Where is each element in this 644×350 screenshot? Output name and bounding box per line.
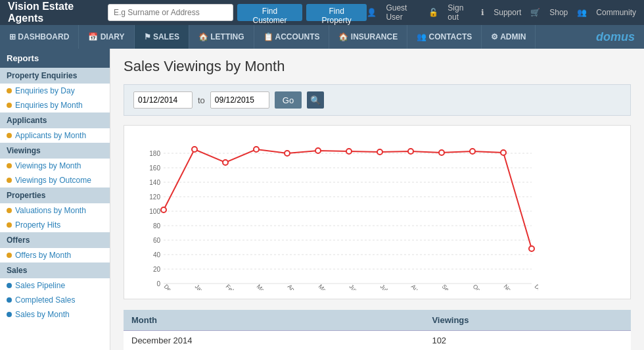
data-point (377, 149, 382, 155)
nav-letting[interactable]: 🏠 LETTING (189, 25, 254, 49)
user-icon: 👤 (367, 8, 377, 17)
signout-icon: 🔓 (428, 8, 438, 17)
search-input[interactable] (108, 4, 233, 21)
svg-text:November 2015: November 2015 (503, 283, 537, 290)
sidebar-label: Offers by Month (15, 251, 71, 260)
date-filter: to Go 🔍 (124, 84, 631, 116)
sidebar-label: Property Hits (15, 220, 60, 230)
community-link[interactable]: Community (596, 8, 636, 17)
svg-text:140: 140 (149, 179, 160, 186)
data-table: Month Viewings December 2014 102 January… (124, 310, 631, 350)
dot-icon (7, 222, 12, 228)
nav-dashboard[interactable]: ⊞ DASHBOARD (0, 25, 79, 49)
sidebar-label: Enquiries by Day (15, 86, 75, 95)
sidebar-label: Valuations by Month (15, 206, 86, 215)
nav-contacts[interactable]: 👥 CONTACTS (407, 25, 482, 49)
sidebar-item-enquiries-day[interactable]: Enquiries by Day (0, 84, 110, 98)
go-button[interactable]: Go (275, 91, 302, 109)
svg-text:60: 60 (153, 237, 161, 244)
search-button[interactable]: 🔍 (307, 91, 324, 109)
nav-sales[interactable]: ⚑ SALES (135, 25, 189, 49)
sidebar-item-viewings-outcome[interactable]: Viewings by Outcome (0, 173, 110, 188)
dot-icon (7, 163, 12, 168)
sidebar-item-property-hits[interactable]: Property Hits (0, 218, 110, 232)
svg-text:March 2015: March 2015 (256, 283, 283, 290)
sidebar-item-valuations-month[interactable]: Valuations by Month (0, 203, 110, 218)
svg-text:September 2015: September 2015 (441, 283, 476, 290)
data-point (501, 150, 506, 155)
domus-logo: domus (596, 30, 644, 44)
find-property-button[interactable]: Find Property (306, 4, 367, 21)
signout-link[interactable]: Sign out (448, 3, 472, 22)
sidebar-label: Enquiries by Month (15, 101, 83, 110)
data-point (161, 207, 166, 213)
search-area: Find Customer Find Property (108, 4, 367, 21)
date-to-input[interactable] (210, 91, 269, 109)
chart-line (164, 149, 532, 249)
sidebar-item-enquiries-month[interactable]: Enquiries by Month (0, 98, 110, 113)
nav-bar: ⊞ DASHBOARD 📅 DIARY ⚑ SALES 🏠 LETTING 📋 … (0, 25, 644, 49)
sidebar-label: Sales by Month (15, 310, 70, 319)
shop-link[interactable]: Shop (549, 8, 568, 17)
cell-month: December 2014 (124, 331, 424, 351)
dot-icon (7, 133, 12, 138)
dot-icon (7, 283, 12, 288)
svg-text:April 2015: April 2015 (287, 283, 310, 290)
date-from-input[interactable] (133, 91, 193, 109)
content-area: Sales Viewings by Month to Go 🔍 (110, 49, 644, 350)
svg-text:October 2015: October 2015 (472, 283, 502, 290)
sidebar-item-completed-sales[interactable]: Completed Sales (0, 293, 110, 307)
data-point (315, 148, 321, 153)
sidebar-sub-offers: Offers (0, 232, 110, 248)
app-title: Vision Estate Agents (8, 1, 108, 24)
sidebar-item-applicants-month[interactable]: Applicants by Month (0, 128, 110, 143)
dot-icon (7, 208, 12, 213)
svg-text:January 2015: January 2015 (194, 283, 224, 290)
svg-text:July 2015: July 2015 (379, 283, 402, 290)
svg-text:0: 0 (156, 280, 160, 288)
sidebar-main-header: Reports (0, 49, 110, 68)
col-header-viewings: Viewings (424, 310, 631, 331)
chart-container: 0 20 40 60 80 100 120 140 160 180 Decemb… (124, 125, 631, 299)
svg-text:120: 120 (149, 193, 160, 201)
sidebar-item-sales-pipeline[interactable]: Sales Pipeline (0, 278, 110, 293)
svg-text:August 2015: August 2015 (410, 283, 438, 290)
col-header-month: Month (124, 310, 424, 331)
support-icon: ℹ (481, 8, 484, 17)
data-point (470, 149, 475, 154)
dot-icon (7, 312, 12, 317)
sidebar-sub-applicants: Applicants (0, 113, 110, 128)
svg-text:40: 40 (153, 251, 161, 259)
find-customer-button[interactable]: Find Customer (237, 4, 302, 21)
data-point (192, 147, 197, 152)
svg-text:December 2015: December 2015 (534, 283, 538, 290)
svg-text:February 2015: February 2015 (225, 283, 256, 290)
dot-icon (7, 88, 12, 93)
dot-icon (7, 297, 12, 303)
svg-text:20: 20 (153, 266, 161, 273)
data-point (408, 149, 413, 154)
dot-icon (7, 178, 12, 183)
sidebar-label: Viewings by Outcome (15, 176, 91, 185)
svg-text:100: 100 (149, 208, 160, 215)
sidebar-sub-properties: Properties (0, 188, 110, 203)
nav-diary[interactable]: 📅 DIARY (79, 25, 134, 49)
community-icon: 👥 (577, 8, 587, 17)
svg-text:180: 180 (149, 150, 160, 157)
sidebar-item-offers-month[interactable]: Offers by Month (0, 248, 110, 262)
nav-insurance[interactable]: 🏠 INSURANCE (329, 25, 407, 49)
sidebar-item-viewings-month[interactable]: Viewings by Month (0, 159, 110, 173)
nav-admin[interactable]: ⚙ ADMIN (482, 25, 536, 49)
nav-accounts[interactable]: 📋 ACCOUNTS (254, 25, 330, 49)
user-label: Guest User (386, 3, 419, 22)
dot-icon (7, 253, 12, 258)
data-point (285, 151, 290, 156)
main-layout: Reports Property Enquiries Enquiries by … (0, 49, 644, 350)
dot-icon (7, 103, 12, 108)
sidebar-sub-sales: Sales (0, 262, 110, 278)
cell-viewings: 102 (424, 331, 631, 351)
sidebar-sub-property-enquiries: Property Enquiries (0, 68, 110, 84)
support-link[interactable]: Support (494, 8, 521, 17)
date-to-label: to (198, 95, 205, 105)
sidebar-item-sales-month[interactable]: Sales by Month (0, 307, 110, 322)
